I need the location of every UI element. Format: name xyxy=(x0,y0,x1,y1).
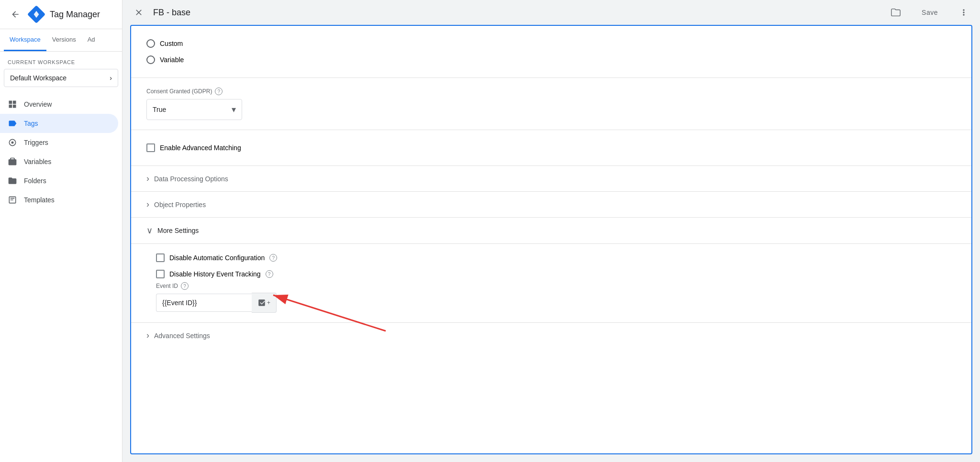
grid-icon xyxy=(8,99,17,109)
event-id-label: Event ID ? xyxy=(156,282,956,290)
dialog-bar: FB - base Save xyxy=(122,0,980,25)
sidebar-item-triggers[interactable]: Triggers xyxy=(0,133,118,152)
chevron-right-icon-3: › xyxy=(146,330,149,341)
main-content: FB - base Save Custom Variable xyxy=(122,0,980,462)
object-properties-row[interactable]: › Object Properties xyxy=(131,192,971,218)
sidebar-tabs: Workspace Versions Ad xyxy=(0,29,122,52)
disable-auto-config-checkbox xyxy=(156,253,165,262)
advanced-matching-label: Enable Advanced Matching xyxy=(160,144,241,152)
sidebar-item-tags-label: Tags xyxy=(24,120,38,127)
dialog-title: FB - base xyxy=(153,8,881,18)
back-button[interactable] xyxy=(8,7,23,22)
auto-config-help-icon[interactable]: ? xyxy=(269,254,277,262)
event-id-help-icon[interactable]: ? xyxy=(181,282,189,290)
svg-point-2 xyxy=(11,142,14,144)
consent-help-icon[interactable]: ? xyxy=(215,88,223,95)
radio-custom-label: Custom xyxy=(160,40,183,47)
consent-section: Consent Granted (GDPR) ? True ▾ xyxy=(131,78,971,130)
sidebar-item-folders[interactable]: Folders xyxy=(0,171,118,190)
variable-picker-button[interactable]: + xyxy=(252,293,277,313)
radio-section: Custom Variable xyxy=(131,26,971,78)
data-processing-row[interactable]: › Data Processing Options xyxy=(131,166,971,192)
more-settings-label: More Settings xyxy=(157,227,199,234)
disable-auto-config-option[interactable]: Disable Automatic Configuration ? xyxy=(156,250,956,266)
sidebar-item-triggers-label: Triggers xyxy=(24,139,48,146)
consent-select[interactable]: True ▾ xyxy=(146,99,242,120)
disable-history-label: Disable History Event Tracking xyxy=(169,270,261,278)
disable-history-option[interactable]: Disable History Event Tracking ? xyxy=(156,266,956,282)
chevron-right-icon: › xyxy=(110,74,112,82)
app-title: Tag Manager xyxy=(50,10,100,20)
consent-label: Consent Granted (GDPR) ? xyxy=(146,88,956,95)
consent-value: True xyxy=(153,106,166,113)
chevron-right-icon-2: › xyxy=(146,199,149,209)
advanced-matching-section: Enable Advanced Matching xyxy=(131,130,971,166)
workspace-button[interactable]: Default Workspace › xyxy=(4,69,118,87)
sidebar: Tag Manager Workspace Versions Ad CURREN… xyxy=(0,0,122,462)
more-options-button[interactable] xyxy=(955,4,972,21)
advanced-matching-checkbox-box xyxy=(146,143,155,152)
sidebar-header: Tag Manager xyxy=(0,0,122,29)
more-settings-content: Disable Automatic Configuration ? Disabl… xyxy=(131,244,971,323)
tag-panel: Custom Variable Consent Granted (GDPR) ?… xyxy=(130,25,972,454)
radio-custom[interactable]: Custom xyxy=(146,35,956,52)
tab-workspace[interactable]: Workspace xyxy=(4,29,46,51)
save-button[interactable]: Save xyxy=(910,5,949,20)
folder-icon xyxy=(8,176,17,186)
disable-auto-config-label: Disable Automatic Configuration xyxy=(169,254,265,262)
chevron-right-icon: › xyxy=(146,174,149,184)
data-processing-label: Data Processing Options xyxy=(154,175,228,183)
tag-icon xyxy=(8,119,17,128)
circle-icon xyxy=(8,138,17,147)
folder-button[interactable] xyxy=(887,4,904,21)
history-help-icon[interactable]: ? xyxy=(266,270,273,278)
advanced-settings-row[interactable]: › Advanced Settings xyxy=(131,323,971,348)
event-id-input[interactable] xyxy=(156,294,252,312)
sidebar-item-variables-label: Variables xyxy=(24,158,51,165)
radio-variable-circle xyxy=(146,55,155,64)
sidebar-item-overview-label: Overview xyxy=(24,100,52,108)
sidebar-item-variables[interactable]: Variables xyxy=(0,152,118,171)
sidebar-item-templates[interactable]: Templates xyxy=(0,190,118,209)
briefcase-icon xyxy=(8,157,17,166)
object-properties-label: Object Properties xyxy=(154,201,206,209)
panel-wrapper: Custom Variable Consent Granted (GDPR) ?… xyxy=(122,25,980,462)
radio-custom-circle xyxy=(146,39,155,48)
current-workspace-label: CURRENT WORKSPACE xyxy=(0,52,122,69)
more-settings-row[interactable]: ∨ More Settings xyxy=(131,218,971,244)
advanced-matching-checkbox[interactable]: Enable Advanced Matching xyxy=(146,140,956,156)
event-id-row: + xyxy=(156,293,956,313)
chevron-down-icon: ▾ xyxy=(232,104,236,115)
logo-icon xyxy=(28,6,45,23)
dialog-close-button[interactable] xyxy=(130,4,147,21)
sidebar-item-folders-label: Folders xyxy=(24,177,46,185)
radio-variable-label: Variable xyxy=(160,56,184,64)
radio-variable[interactable]: Variable xyxy=(146,52,956,68)
chevron-down-icon-2: ∨ xyxy=(146,225,153,236)
event-id-field-row: + xyxy=(156,293,956,313)
sidebar-item-tags[interactable]: Tags xyxy=(0,114,118,133)
tab-admin[interactable]: Ad xyxy=(82,29,101,51)
advanced-settings-label: Advanced Settings xyxy=(154,332,210,340)
workspace-name: Default Workspace xyxy=(10,74,67,82)
sidebar-item-templates-label: Templates xyxy=(24,196,55,204)
sidebar-item-overview[interactable]: Overview xyxy=(0,95,118,114)
disable-history-checkbox xyxy=(156,270,165,278)
variable-btn-icon: + xyxy=(267,299,270,306)
template-icon xyxy=(8,195,17,205)
tab-versions[interactable]: Versions xyxy=(46,29,82,51)
